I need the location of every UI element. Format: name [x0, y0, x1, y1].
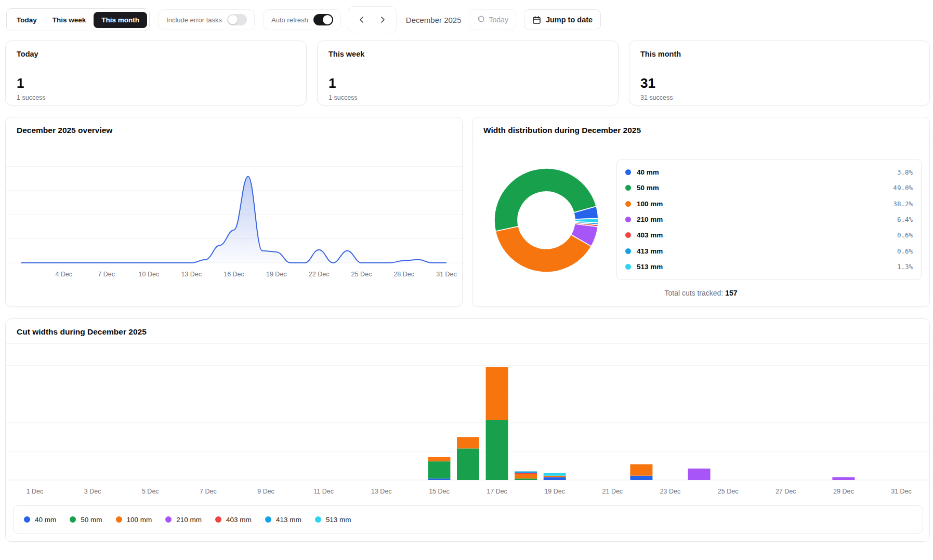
stat-subtext: 31 success [629, 91, 929, 101]
x-axis-tick-label: 10 Dec [139, 271, 160, 278]
x-axis-tick-label: 27 Dec [776, 488, 796, 495]
reset-to-today-button[interactable]: Today [469, 9, 516, 30]
bar-segment-513-mm-day19[interactable] [544, 473, 566, 476]
x-axis-tick-label: 13 Dec [181, 271, 202, 278]
legend-label: 210 mm [637, 216, 663, 223]
legend-item-413-mm[interactable]: 413 mm [265, 516, 301, 524]
legend-label: 50 mm [81, 516, 102, 524]
next-month-button[interactable] [372, 9, 393, 30]
legend-item-210-mm[interactable]: 210 mm [165, 516, 202, 524]
include-error-tasks-label: Include error tasks [166, 16, 222, 24]
bar-segment-50-mm-day17[interactable] [486, 420, 508, 480]
legend-row-413-mm[interactable]: 413 mm0.6% [625, 247, 913, 255]
legend-percent: 0.6% [897, 231, 913, 239]
range-segmented-control: Today This week This month [6, 8, 150, 31]
x-axis-tick-label: 15 Dec [429, 488, 450, 495]
x-axis-tick-label: 17 Dec [487, 488, 507, 495]
width-distribution-title: Width distribution during December 2025 [472, 117, 929, 142]
legend-row-40-mm[interactable]: 40 mm3.8% [625, 168, 913, 176]
legend-label: 40 mm [35, 516, 56, 524]
x-axis-tick-label: 21 Dec [602, 488, 623, 495]
bar-segment-210-mm-day29[interactable] [832, 477, 855, 480]
overview-chart-card: December 2025 overview 4 Dec7 Dec10 Dec1… [5, 117, 463, 307]
x-axis-tick-label: 11 Dec [313, 488, 334, 495]
bar-segment-100-mm-day22[interactable] [630, 464, 652, 476]
stat-value: 31 [629, 58, 929, 91]
legend-label: 403 mm [226, 516, 252, 524]
bar-segment-100-mm-day18[interactable] [515, 474, 537, 478]
width-distribution-donut-chart [491, 165, 601, 275]
legend-item-40-mm[interactable]: 40 mm [24, 516, 56, 524]
legend-label: 513 mm [326, 516, 351, 524]
legend-label: 100 mm [127, 516, 152, 524]
legend-row-513-mm[interactable]: 513 mm1.3% [625, 263, 913, 271]
legend-color-dot [625, 264, 631, 270]
x-axis-tick-label: 1 Dec [27, 488, 44, 495]
x-axis-tick-label: 23 Dec [660, 488, 681, 495]
legend-color-dot [24, 516, 30, 523]
bar-segment-100-mm-day19[interactable] [544, 476, 566, 477]
legend-item-513-mm[interactable]: 513 mm [315, 516, 351, 524]
tab-this-week[interactable]: This week [45, 12, 94, 28]
legend-row-210-mm[interactable]: 210 mm6.4% [625, 216, 913, 223]
bar-segment-40-mm-day15[interactable] [428, 478, 450, 480]
total-cuts-tracked: Total cuts tracked: 157 [472, 289, 929, 297]
bar-segment-413-mm-day18[interactable] [515, 471, 537, 473]
x-axis-tick-label: 25 Dec [718, 488, 739, 495]
bar-segment-50-mm-day18[interactable] [515, 478, 537, 480]
x-axis-tick-label: 25 Dec [351, 271, 372, 278]
bar-segment-100-mm-day16[interactable] [457, 437, 479, 448]
width-distribution-card: Width distribution during December 2025 … [472, 117, 930, 307]
x-axis-tick-label: 3 Dec [84, 488, 101, 495]
stat-card-this-month: This month 31 31 success [629, 41, 930, 105]
bar-segment-403-mm-day18[interactable] [515, 473, 537, 474]
legend-label: 100 mm [637, 200, 663, 208]
bar-segment-40-mm-day22[interactable] [630, 476, 652, 480]
legend-label: 210 mm [176, 516, 202, 524]
legend-percent: 1.3% [897, 263, 913, 271]
total-cuts-label: Total cuts tracked: [664, 289, 723, 297]
bar-segment-100-mm-day17[interactable] [486, 367, 508, 420]
bar-segment-100-mm-day15[interactable] [428, 457, 450, 461]
legend-label: 40 mm [637, 168, 659, 176]
tab-this-month[interactable]: This month [94, 12, 147, 28]
legend-percent: 0.6% [897, 247, 913, 255]
auto-refresh-toggle[interactable] [313, 14, 333, 25]
legend-percent: 49.0% [893, 184, 913, 192]
legend-percent: 3.8% [897, 168, 913, 176]
legend-item-50-mm[interactable]: 50 mm [70, 516, 102, 524]
x-axis-tick-label: 13 Dec [371, 488, 392, 495]
cut-widths-legend: 40 mm50 mm100 mm210 mm403 mm413 mm513 mm [13, 505, 923, 534]
toolbar: Today This week This month Include error… [6, 7, 601, 32]
legend-row-50-mm[interactable]: 50 mm49.0% [625, 184, 913, 192]
bar-segment-40-mm-day19[interactable] [544, 477, 566, 480]
legend-row-403-mm[interactable]: 403 mm0.6% [625, 231, 913, 239]
legend-item-403-mm[interactable]: 403 mm [215, 516, 252, 524]
bar-segment-210-mm-day24[interactable] [688, 469, 711, 480]
jump-to-date-button[interactable]: Jump to date [524, 9, 601, 30]
legend-color-dot [315, 516, 321, 523]
include-error-tasks-toggle[interactable] [227, 14, 247, 25]
stat-card-today: Today 1 1 success [5, 41, 307, 105]
include-error-tasks-control: Include error tasks [159, 9, 255, 30]
legend-item-100-mm[interactable]: 100 mm [116, 516, 152, 524]
bar-segment-50-mm-day15[interactable] [428, 461, 450, 478]
auto-refresh-control: Auto refresh [264, 9, 341, 30]
stat-subtext: 1 success [6, 91, 306, 101]
reset-to-today-label: Today [489, 16, 508, 24]
overview-chart-title: December 2025 overview [6, 117, 462, 142]
legend-color-dot [625, 217, 631, 222]
month-navigation [348, 6, 397, 33]
tab-today[interactable]: Today [9, 12, 45, 28]
previous-month-button[interactable] [351, 9, 372, 30]
x-axis-tick-label: 7 Dec [200, 488, 217, 495]
stat-value: 1 [6, 58, 306, 91]
x-axis-tick-label: 29 Dec [833, 488, 854, 495]
legend-row-100-mm[interactable]: 100 mm38.2% [625, 200, 913, 208]
dashboard: Today This week This month Include error… [0, 0, 933, 560]
donut-slice-513-mm[interactable] [575, 219, 598, 223]
bar-segment-50-mm-day16[interactable] [457, 448, 479, 480]
jump-to-date-label: Jump to date [546, 16, 593, 24]
legend-color-dot [625, 169, 631, 175]
legend-label: 513 mm [637, 263, 663, 271]
